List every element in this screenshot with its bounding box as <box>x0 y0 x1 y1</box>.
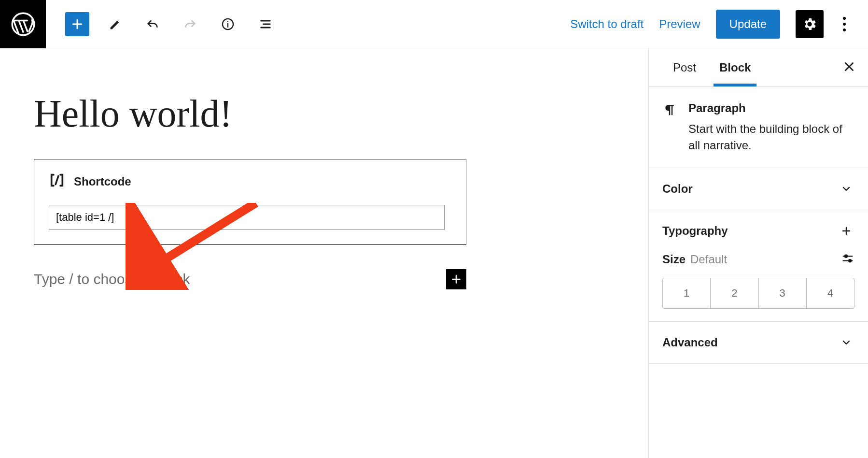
size-option-4[interactable]: 4 <box>807 278 854 308</box>
update-button[interactable]: Update <box>716 10 780 39</box>
svg-point-3 <box>845 255 847 258</box>
block-name: Paragraph <box>688 101 854 115</box>
panel-typography-title: Typography <box>662 224 728 238</box>
preview-link[interactable]: Preview <box>659 17 700 31</box>
size-settings-button[interactable] <box>841 252 854 267</box>
chevron-down-icon <box>838 181 854 197</box>
panel-typography: Typography Size Default 1 2 3 4 <box>649 210 868 322</box>
size-segmented-control[interactable]: 1 2 3 4 <box>662 278 854 309</box>
shortcode-icon <box>49 172 65 191</box>
panel-advanced[interactable]: Advanced <box>649 322 868 364</box>
settings-sidebar: Post Block Paragraph Start with the buil… <box>648 48 868 458</box>
redo-button[interactable] <box>178 12 202 36</box>
panel-color-title: Color <box>662 182 693 196</box>
switch-to-draft-link[interactable]: Switch to draft <box>570 17 644 31</box>
inline-add-block-button[interactable] <box>446 269 466 289</box>
size-default: Default <box>690 253 727 266</box>
shortcode-label: Shortcode <box>74 175 131 188</box>
close-sidebar-button[interactable] <box>843 60 855 75</box>
undo-button[interactable] <box>140 12 165 36</box>
block-description: Paragraph Start with the building block … <box>649 87 868 168</box>
settings-button[interactable] <box>796 10 824 38</box>
post-title[interactable]: Hello world! <box>34 92 615 136</box>
outline-button[interactable] <box>253 12 278 36</box>
document-info-button[interactable] <box>216 12 240 36</box>
editor-canvas[interactable]: Hello world! Shortcode Type / to choose … <box>0 48 648 458</box>
add-block-button[interactable] <box>65 12 89 36</box>
size-option-2[interactable]: 2 <box>711 278 758 308</box>
size-option-3[interactable]: 3 <box>759 278 807 308</box>
more-options-button[interactable] <box>839 13 850 35</box>
panel-advanced-title: Advanced <box>662 336 718 349</box>
tab-post[interactable]: Post <box>661 49 708 86</box>
chevron-down-icon <box>838 334 854 351</box>
svg-point-4 <box>849 259 851 262</box>
paragraph-icon <box>662 101 677 153</box>
typography-add-button[interactable] <box>838 223 854 239</box>
block-desc: Start with the building block of all nar… <box>688 121 854 153</box>
block-placeholder[interactable]: Type / to choose a block <box>34 271 190 287</box>
shortcode-input[interactable] <box>49 205 445 230</box>
shortcode-block[interactable]: Shortcode <box>34 159 466 245</box>
panel-color[interactable]: Color <box>649 168 868 210</box>
size-label: Size <box>662 253 686 266</box>
tab-block[interactable]: Block <box>708 49 762 86</box>
edit-tools-button[interactable] <box>103 12 127 36</box>
editor-toolbar: Switch to draft Preview Update <box>0 0 868 48</box>
wordpress-logo-button[interactable] <box>0 0 46 48</box>
size-option-1[interactable]: 1 <box>663 278 711 308</box>
